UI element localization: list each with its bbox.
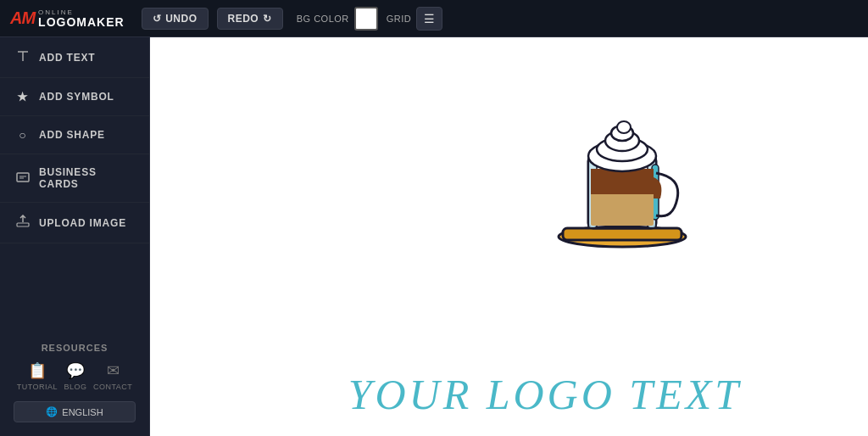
sidebar-item-business-cards[interactable]: BUSINESS CARDS (0, 154, 149, 203)
svg-rect-13 (591, 190, 654, 226)
logo-canvas-text: Your Logo Text (348, 371, 742, 418)
redo-button[interactable]: REDO ↻ (217, 8, 283, 30)
tutorial-icon: 📋 (28, 361, 47, 380)
logo-logomaker: LOGOMAKER (38, 16, 125, 28)
svg-rect-14 (591, 169, 654, 194)
business-cards-label: BUSINESS CARDS (39, 166, 134, 190)
blog-label: BLOG (64, 383, 86, 391)
add-shape-label: ADD SHAPE (39, 129, 105, 141)
sidebar-item-upload-image[interactable]: UPLOAD IMAGE (0, 203, 149, 243)
undo-label: UNDO (165, 13, 197, 25)
contact-link[interactable]: ✉ CONTACT (93, 361, 132, 391)
text-icon (15, 49, 31, 65)
contact-icon: ✉ (107, 361, 120, 380)
canvas-area[interactable]: Your Logo Text (150, 37, 868, 436)
undo-icon: ↺ (153, 13, 162, 25)
sidebar-item-add-symbol[interactable]: ★ ADD SYMBOL (0, 78, 149, 116)
language-icon: 🌐 (46, 406, 58, 417)
upload-icon (15, 215, 31, 231)
redo-label: REDO (228, 13, 259, 25)
redo-icon: ↻ (263, 13, 272, 25)
add-symbol-label: ADD SYMBOL (39, 91, 114, 103)
logo-icon-am: AM (10, 8, 35, 28)
sidebar-item-add-shape[interactable]: ○ ADD SHAPE (0, 116, 149, 154)
logo-area[interactable]: AM ONLINE LOGOMAKER (10, 8, 125, 28)
shape-icon: ○ (15, 128, 31, 142)
resources-section: RESOURCES 📋 TUTORIAL 💬 BLOG ✉ CONTACT 🌐 … (0, 329, 149, 436)
svg-rect-5 (17, 223, 29, 226)
tutorial-link[interactable]: 📋 TUTORIAL (17, 361, 58, 391)
resources-title: RESOURCES (14, 343, 136, 353)
business-cards-icon (15, 171, 31, 185)
logo-text-display[interactable]: Your Logo Text (348, 370, 742, 419)
bg-color-label: BG COLOR (297, 14, 349, 24)
tutorial-label: TUTORIAL (17, 383, 58, 391)
grid-label: GRID (387, 14, 412, 24)
grid-button[interactable]: ☰ (416, 7, 442, 31)
resources-icons: 📋 TUTORIAL 💬 BLOG ✉ CONTACT (14, 361, 136, 391)
svg-rect-8 (563, 228, 682, 240)
blog-icon: 💬 (66, 361, 85, 380)
bg-color-area: BG COLOR (297, 7, 378, 31)
svg-rect-2 (17, 173, 29, 182)
svg-point-19 (617, 121, 631, 133)
sidebar-item-add-text[interactable]: ADD TEXT (0, 37, 149, 78)
symbol-icon: ★ (15, 90, 31, 103)
add-text-label: ADD TEXT (39, 52, 95, 64)
logo-text-block: ONLINE LOGOMAKER (38, 9, 125, 28)
upload-image-label: UPLOAD IMAGE (39, 217, 126, 229)
language-button[interactable]: 🌐 ENGLISH (14, 401, 136, 422)
bg-color-swatch[interactable] (354, 7, 378, 31)
header: AM ONLINE LOGOMAKER ↺ UNDO REDO ↻ BG COL… (0, 0, 868, 37)
blog-link[interactable]: 💬 BLOG (64, 361, 86, 391)
sidebar: ADD TEXT ★ ADD SYMBOL ○ ADD SHAPE BUSINE… (0, 37, 150, 436)
contact-label: CONTACT (93, 383, 132, 391)
main-area: ADD TEXT ★ ADD SYMBOL ○ ADD SHAPE BUSINE… (0, 37, 868, 436)
grid-icon: ☰ (424, 12, 435, 25)
language-label: ENGLISH (62, 407, 103, 417)
coffee-cup-illustration (546, 80, 698, 266)
undo-button[interactable]: ↺ UNDO (142, 8, 209, 30)
grid-area: GRID ☰ (387, 7, 443, 31)
